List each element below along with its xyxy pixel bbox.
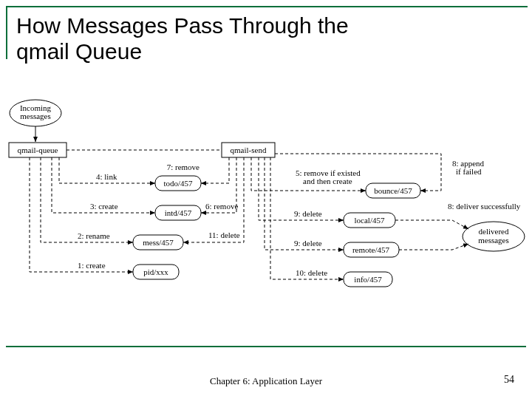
node-todo: todo/457 (155, 176, 201, 191)
edge-2-rename (41, 157, 133, 242)
slide-title: How Messages Pass Through the qmail Queu… (16, 13, 349, 64)
incoming-l2: messages (20, 112, 51, 120)
label-1: 1: create (78, 261, 106, 270)
footer-text: Chapter 6: Application Layer (0, 375, 532, 387)
bottom-rule (6, 346, 526, 347)
node-info: info/457 (344, 272, 392, 287)
delivered-l1: delivered (479, 227, 509, 236)
node-bounce: bounce/457 (366, 183, 420, 198)
label-9a: 9: delete (294, 209, 322, 218)
label-5b: and then create (303, 177, 352, 185)
label-10: 10: delete (296, 268, 327, 277)
edge-remote-delivered (399, 244, 468, 250)
intd-label: intd/457 (165, 208, 192, 217)
node-pid: pid/xxx (133, 265, 179, 279)
label-7: 7: remove (167, 163, 200, 171)
label-3: 3: create (90, 202, 118, 211)
todo-label: todo/457 (163, 179, 193, 188)
page-number: 54 (504, 374, 514, 386)
delivered-l2: messages (478, 236, 509, 245)
remote-label: remote/457 (352, 245, 390, 254)
node-qmail-queue: qmail-queue (9, 143, 66, 157)
info-label: info/457 (354, 275, 382, 284)
node-local: local/457 (344, 213, 395, 228)
pid-label: pid/xxx (143, 267, 168, 276)
local-label: local/457 (355, 216, 385, 225)
label-4: 4: link (96, 172, 117, 181)
edge-send-right (275, 154, 441, 157)
label-6: 6: remove (205, 202, 238, 211)
bounce-label: bounce/457 (374, 186, 412, 195)
title-line1: How Messages Pass Through the (16, 13, 349, 38)
node-intd: intd/457 (155, 205, 201, 220)
node-mess: mess/457 (133, 235, 183, 250)
edge-7-remove (201, 157, 229, 183)
edge-8-append (420, 157, 441, 191)
node-delivered: delivered messages (463, 222, 525, 251)
diagram-canvas: Incoming messages qmail-queue qmail-send… (0, 96, 532, 340)
edge-1-create (30, 157, 133, 272)
node-remote: remote/457 (344, 242, 399, 257)
node-incoming: Incoming messages (10, 100, 61, 126)
node-qmail-send: qmail-send (222, 143, 275, 157)
qmail-send-label: qmail-send (231, 146, 267, 154)
qmail-queue-label: qmail-queue (18, 146, 58, 154)
label-8del: 8: deliver successfully (448, 202, 521, 211)
title-line2: qmail Queue (16, 39, 142, 64)
label-8app-b: if failed (456, 167, 482, 176)
mess-label: mess/457 (143, 238, 174, 247)
label-11: 11: delete (208, 231, 240, 239)
label-9b: 9: delete (294, 239, 322, 248)
label-2: 2: rename (78, 231, 110, 240)
edge-local-delivered (395, 220, 468, 229)
